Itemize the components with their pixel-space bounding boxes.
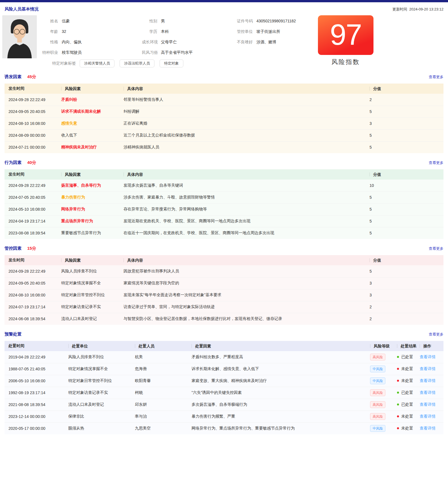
result-status-text: 已处置 (401, 354, 413, 359)
cell-occurrence-time: 2024-08-10 16:08:00 (5, 289, 57, 301)
result-status-text: 未处置 (401, 414, 413, 418)
cell-risk-level: 中风险 (366, 422, 393, 434)
section-score: 15分 (27, 246, 36, 251)
section-title: 预警处置 (5, 332, 22, 337)
cell-disposition-unit: 风险人员排查不到位 (64, 351, 131, 363)
cell-disposition-unit: 特定对象访查记录不实 (64, 387, 131, 399)
see-more-link[interactable]: 查看更多 (429, 246, 443, 251)
cell-disposition-factor: “六失”诱因中的关键失控因素 (188, 387, 366, 399)
see-more-link[interactable]: 查看更多 (429, 332, 443, 337)
alert-table-row: 1988-07-05 21:40:05特定对象情况掌握不全危海善诉求长期未化解、… (5, 363, 443, 375)
see-more-link[interactable]: 查看更多 (429, 74, 443, 80)
cell-occurrence-time: 2024-07-05 20:40:05 (5, 191, 57, 203)
cell-detail-content: 与智慧安防小区、物业登记居住数据，本地社保数据进行比对，发现有相关登记、缴存记录 (120, 313, 366, 325)
see-more-link[interactable]: 查看更多 (429, 160, 443, 165)
view-detail-link[interactable]: 查看详情 (420, 366, 436, 371)
section-head-alert-disposition: 预警处置 查看更多 (0, 332, 448, 337)
field-label: 性格 (40, 37, 62, 47)
cell-risk-factor: 收入低下 (57, 129, 120, 141)
risk-level-badge: 中风险 (370, 425, 385, 432)
column-header: 处置因素 (188, 341, 366, 351)
cell-disposition-factor: 矛盾纠纷次数多、严重程度高 (188, 351, 366, 363)
risk-index-label: 风险指数 (318, 58, 373, 66)
cell-risk-factor: 矛盾纠纷 (57, 94, 120, 106)
factor-table-row: 2024-09-28 22:22:49矛盾纠纷邻里等纠纷警情当事人2 (5, 94, 443, 106)
cell-detail-content: 涉精神疾病就医人员 (120, 141, 366, 153)
cell-risk-factor: 特定对象日常管控不到位 (57, 289, 120, 301)
risk-level-badge: 高风险 (370, 354, 385, 360)
special-object-tag: 涉违法犯罪人员 (120, 59, 154, 67)
cell-action: 查看详情 (416, 363, 443, 375)
cell-occurrence-time: 2024-07-19 23:17:14 (5, 301, 57, 313)
cell-detail-content: 在临近十一国庆期间，在党政机关、学校、医院、景区、商圈等同一地点周边多次出现 (120, 227, 366, 239)
cell-disposition-unit: 眼须从热 (64, 422, 131, 434)
alert-table-row: 1992-08-19 23:17:14特定对象访查记录不实柯晓“六失”诱因中的关… (5, 387, 443, 399)
cell-disposition-result: 未处置 (393, 363, 416, 375)
field-value: 32 (62, 26, 142, 37)
factor-table-row: 2024-07-05 20:40:05暴力伤害行为涉多次伤害、家庭暴力、斗殴、故… (5, 191, 443, 203)
factor-table-row: 2024-08-10 16:08:00感情失意正在诉讼离婚3 (5, 118, 443, 129)
cell-disposition-unit: 流动人口未及时登记 (64, 399, 131, 411)
view-detail-link[interactable]: 查看详情 (420, 414, 436, 418)
update-time-value: 2024-09-20 13:23:12 (409, 7, 443, 11)
cell-score: 2 (366, 301, 443, 313)
cell-risk-factor: 重要敏感节点异常行为 (57, 227, 120, 239)
cell-score: 5 (366, 203, 443, 215)
cell-disposition-result: 已处置 (393, 399, 416, 411)
column-header: 操作 (416, 341, 443, 351)
cell-action: 查看详情 (416, 375, 443, 387)
cell-risk-factor: 精神疾病未及时治疗 (57, 141, 120, 153)
cell-action: 查看详情 (416, 387, 443, 399)
result-status-text: 未处置 (401, 426, 413, 430)
cell-detail-content: 近三个月及以上无公积金或社保缴存数据 (120, 129, 366, 141)
field-label: 不良嗜好 (236, 37, 256, 47)
column-header: 分值 (366, 84, 443, 94)
factor-table-row: 2024-09-05 20:40:05诉求不满或长期未化解纠纷调解5 (5, 106, 443, 118)
cell-disposition-unit: 特定对象日常管控不到位 (64, 375, 131, 387)
alert-table-row: 2006-05-10 16:08:00特定对象日常管控不到位欧阳青馨家庭变故、重… (5, 375, 443, 387)
cell-disposition-factor: 家庭变故、重大疾病、精神疾病未及时治疗 (188, 375, 366, 387)
column-header: 具体内容 (120, 255, 366, 265)
cell-disposition-factor: 网络异常行为、重点场所异常行为、重要敏感节点异常行为 (188, 422, 366, 434)
cell-risk-factor: 重点场所异常行为 (57, 215, 120, 227)
result-status-dot-icon (397, 380, 399, 382)
cell-detail-content: 发现多次扬言滋事、自杀等关键词 (120, 180, 366, 191)
cell-score: 10 (366, 180, 443, 191)
tags-label: 特定对象标签 (52, 61, 76, 66)
result-status-dot-icon (397, 392, 399, 394)
inducement-factor-table: 发生时间风险因素具体内容分值 2024-09-28 22:22:49矛盾纠纷邻里… (5, 84, 443, 153)
cell-score: 2 (366, 313, 443, 325)
cell-disposition-factor: 多次扬言滋事、自杀等极端行为 (188, 399, 366, 411)
cell-risk-level: 高风险 (366, 399, 393, 411)
section-score: 40分 (27, 160, 36, 165)
risk-level-badge: 高风险 (370, 389, 385, 396)
cell-score: 5 (366, 227, 443, 239)
cell-risk-level: 中风险 (366, 363, 393, 375)
result-status-text: 已处置 (401, 402, 413, 407)
cell-score: 5 (366, 215, 443, 227)
update-time: 更新时间 2024-09-20 13:23:12 (391, 7, 443, 12)
cell-disposition-person: 危海善 (131, 363, 188, 375)
cell-score: 5 (366, 141, 443, 153)
cell-risk-factor: 暴力伤害行为 (57, 191, 120, 203)
view-detail-link[interactable]: 查看详情 (420, 378, 436, 383)
view-detail-link[interactable]: 查看详情 (420, 390, 436, 395)
result-status-dot-icon (397, 368, 399, 370)
cell-detail-content: 正在诉讼离婚 (120, 118, 366, 129)
cell-disposition-time: 2019-04-28 22:22:49 (5, 351, 64, 363)
cell-risk-level: 高风险 (366, 351, 393, 363)
cell-risk-level: 高风险 (366, 387, 393, 399)
cell-detail-content: 发现未落实“每半年全面走访考察一次特定对象”基本要求 (120, 289, 366, 301)
cell-occurrence-time: 2024-09-05 20:40:05 (5, 277, 57, 289)
table-header-row: 处置时间处置单位处置人员处置因素风险等级处置结果操作 (5, 341, 443, 351)
view-detail-link[interactable]: 查看详情 (420, 354, 436, 359)
view-detail-link[interactable]: 查看详情 (420, 402, 436, 407)
column-header: 分值 (366, 255, 443, 265)
profile-fields-grid: 姓名伍豪性别男证件号码430502199809171182年龄32学历本科管控单… (40, 16, 443, 58)
field-label: 学历 (142, 26, 161, 37)
cell-risk-factor: 诉求不满或长期未化解 (57, 106, 120, 118)
cell-detail-content: 因故意犯罪被作出刑事判决人员 (120, 265, 366, 277)
view-detail-link[interactable]: 查看详情 (420, 426, 436, 430)
cell-disposition-person: 柯晓 (131, 387, 188, 399)
section-title: 管控因素 (5, 246, 22, 251)
